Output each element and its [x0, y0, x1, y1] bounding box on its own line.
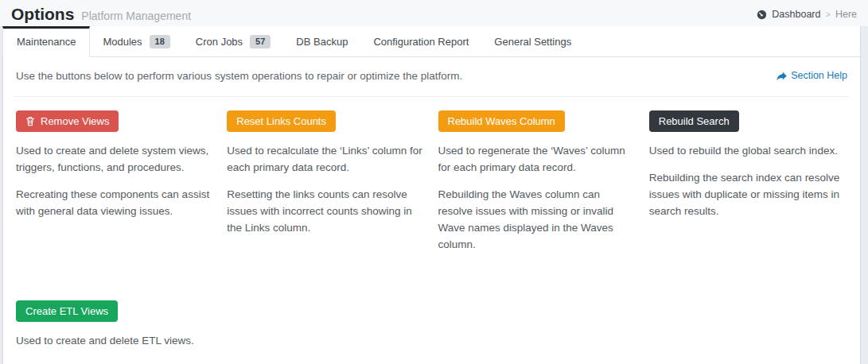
maintenance-tab-panel: Use the buttons below to perform various…	[3, 57, 860, 364]
actions-row-1: Remove Views Used to create and delete s…	[14, 110, 849, 264]
action-description: Used to rebuild the global search index.	[649, 143, 847, 160]
action-description: Rebuilding the search index can resolve …	[649, 170, 847, 220]
cron-jobs-count-badge: 57	[250, 35, 271, 48]
breadcrumb-dashboard-link[interactable]: Dashboard	[772, 9, 820, 20]
button-label: Remove Views	[41, 115, 109, 127]
remove-views-button[interactable]: Remove Views	[16, 110, 119, 132]
tab-cron-jobs[interactable]: Cron Jobs 57	[183, 26, 284, 56]
action-reset-links-counts: Reset Links Counts Used to recalculate t…	[227, 110, 425, 264]
tab-label: Modules	[103, 36, 142, 48]
tab-general-settings[interactable]: General Settings	[481, 26, 584, 56]
tab-configuration-report[interactable]: Configuration Report	[360, 26, 481, 56]
action-create-etl-views: Create ETL Views Used to create and dele…	[16, 300, 214, 364]
page-subtitle: Platform Management	[81, 10, 191, 22]
page-title-wrap: Options Platform Management	[11, 5, 191, 23]
reset-links-counts-button[interactable]: Reset Links Counts	[227, 110, 336, 132]
actions-row-2: Create ETL Views Used to create and dele…	[14, 300, 849, 364]
tab-modules[interactable]: Modules 18	[90, 26, 182, 56]
action-description: Resetting the links counts can resolve i…	[227, 187, 425, 237]
tab-label: Configuration Report	[373, 36, 469, 48]
rebuild-search-button[interactable]: Rebuild Search	[649, 110, 739, 132]
rebuild-waves-column-button[interactable]: Rebuild Waves Column	[438, 110, 565, 132]
action-description: Used to regenerate the ‘Waves’ column fo…	[438, 143, 636, 176]
page-title: Options	[11, 5, 74, 23]
section-header: Use the buttons below to perform various…	[14, 68, 849, 97]
action-description: Used to recalculate the ‘Links’ column f…	[227, 143, 425, 176]
options-card: Maintenance Modules 18 Cron Jobs 57 DB B…	[2, 26, 861, 364]
tab-bar: Maintenance Modules 18 Cron Jobs 57 DB B…	[3, 26, 860, 57]
breadcrumb: Dashboard > Here	[757, 9, 857, 20]
tab-label: DB Backup	[296, 36, 348, 48]
section-intro-text: Use the buttons below to perform various…	[16, 70, 462, 82]
button-label: Rebuild Waves Column	[448, 115, 555, 127]
breadcrumb-current: Here	[835, 9, 857, 20]
content-header: Options Platform Management Dashboard > …	[0, 0, 868, 26]
tab-db-backup[interactable]: DB Backup	[283, 26, 360, 56]
action-remove-views: Remove Views Used to create and delete s…	[16, 110, 214, 264]
section-help-label: Section Help	[791, 70, 847, 81]
action-description: Used to create and delete ETL views.	[16, 333, 214, 350]
action-rebuild-waves-column: Rebuild Waves Column Used to regenerate …	[438, 110, 636, 264]
button-label: Reset Links Counts	[236, 115, 326, 127]
action-description: Used to create and delete system views, …	[16, 143, 214, 176]
action-description: Rebuilding the Waves column can resolve …	[438, 187, 636, 254]
trash-icon	[25, 116, 35, 126]
button-label: Rebuild Search	[659, 115, 730, 127]
tab-maintenance[interactable]: Maintenance	[2, 26, 90, 57]
share-arrow-icon	[777, 72, 787, 80]
modules-count-badge: 18	[150, 35, 170, 48]
action-rebuild-search: Rebuild Search Used to rebuild the globa…	[649, 110, 847, 264]
section-help-link[interactable]: Section Help	[777, 70, 847, 81]
breadcrumb-separator: >	[825, 10, 830, 19]
dashboard-icon	[757, 10, 767, 20]
tab-label: Maintenance	[17, 36, 76, 48]
tab-label: General Settings	[494, 36, 571, 48]
button-label: Create ETL Views	[25, 305, 108, 317]
action-description: Recreating these ETL components can assi…	[16, 360, 214, 364]
tab-label: Cron Jobs	[196, 36, 243, 48]
action-description: Recreating these components can assist w…	[16, 187, 214, 220]
create-etl-views-button[interactable]: Create ETL Views	[16, 300, 118, 322]
